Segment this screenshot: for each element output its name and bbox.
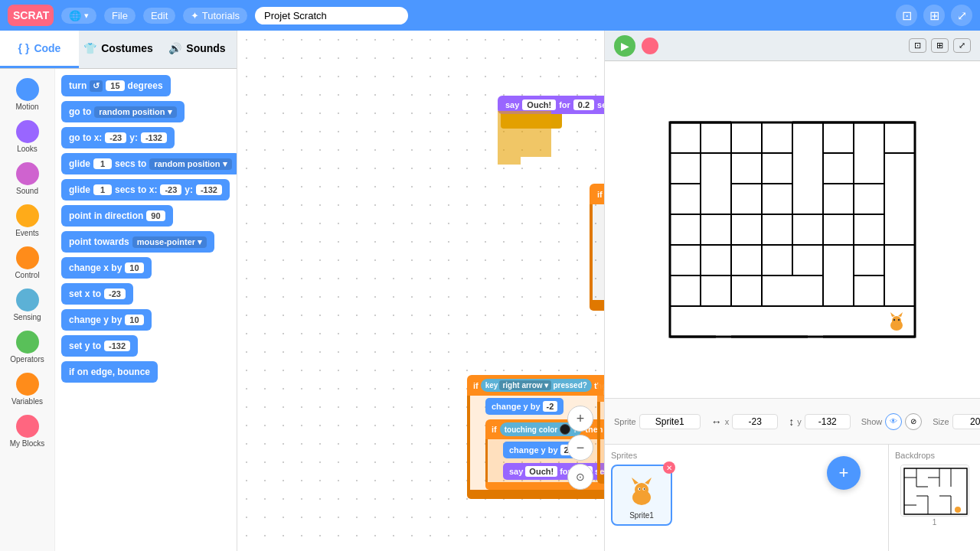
sprite-x-input[interactable] (732, 414, 778, 429)
stage-normal-btn[interactable]: ⊞ (931, 38, 949, 53)
tutorials-button[interactable]: ✦ Tutorials (183, 8, 247, 24)
sprite-name-input[interactable] (639, 414, 701, 429)
updown-icon: ↕ (789, 416, 794, 428)
y-label: y (797, 417, 802, 426)
block-goto-x[interactable]: -23 (105, 132, 126, 143)
zoom-in-btn[interactable]: + (567, 406, 593, 432)
block-turn[interactable]: turn ↺ 15 degrees (61, 75, 171, 96)
globe-button[interactable]: 🌐 ▾ (61, 8, 96, 24)
block-glide-dropdown[interactable]: random position ▾ (149, 158, 231, 170)
stage-thumb[interactable] (900, 465, 969, 517)
block-glide-xy-x[interactable]: -23 (160, 184, 181, 195)
block-change-x-val[interactable]: 10 (125, 262, 143, 273)
looks-label: Looks (17, 145, 38, 153)
stage-controls-right: ⊡ ⊞ ⤢ (909, 38, 971, 53)
fullscreen-btn[interactable]: ⤢ (951, 5, 972, 26)
category-sensing[interactable]: Sensing (5, 285, 51, 324)
category-motion[interactable]: Motion (5, 75, 51, 114)
zoom-out-btn[interactable]: − (567, 435, 593, 461)
stage-controls: ▶ ⊡ ⊞ ⤢ (605, 31, 980, 61)
tab-sounds[interactable]: 🔊 Sounds (158, 31, 237, 68)
category-variables[interactable]: Variables (5, 370, 51, 409)
block-goto-dropdown[interactable]: random position ▾ (94, 106, 176, 118)
green-flag-btn[interactable]: ▶ (614, 35, 635, 57)
svg-text:SCRATCH: SCRATCH (13, 9, 50, 21)
block-set-x-val[interactable]: -23 (104, 289, 126, 299)
stage-fullscreen-btn[interactable]: ⤢ (953, 38, 971, 53)
tutorials-label: ✦ Tutorials (191, 10, 240, 21)
category-looks[interactable]: Looks (5, 117, 51, 156)
if-rightarrow-group[interactable]: if key right arrow ▾ pressed? then chang… (590, 184, 604, 311)
category-myblocks[interactable]: My Blocks (5, 412, 51, 451)
svg-point-89 (892, 316, 901, 325)
topbar: SCRATCH 🌐 ▾ File Edit ✦ Tutorials ⊡ ⊞ ⤢ (0, 0, 980, 31)
block-point-dir[interactable]: point in direction 90 (61, 205, 173, 227)
block-change-y[interactable]: change y by 10 (61, 309, 152, 331)
block-point-towards[interactable]: point towards mouse-pointer ▾ (61, 231, 214, 253)
edit-button[interactable]: Edit (143, 8, 175, 24)
block-set-y[interactable]: set y to -132 (61, 335, 138, 357)
block-edge-bounce[interactable]: if on edge, bounce (61, 361, 158, 383)
category-control[interactable]: Control (5, 243, 51, 282)
block-change-y-val[interactable]: 10 (125, 315, 143, 325)
stage-small-btn[interactable]: ⊡ (909, 38, 926, 53)
block-set-y-val[interactable]: -132 (104, 341, 130, 351)
sprite-info: Sprite ↔ x ↕ y Show 👁 ⊘ Size (605, 398, 980, 444)
show-hidden-btn[interactable]: ⊘ (905, 413, 922, 430)
control-dot (16, 246, 39, 269)
block-glide-xy[interactable]: glide 1 secs to x: -23 y: -132 (61, 179, 230, 201)
layout-btn-2[interactable]: ⊞ (923, 5, 945, 26)
svg-point-100 (639, 488, 641, 490)
sensing-dot (16, 289, 39, 311)
file-button[interactable]: File (104, 8, 136, 24)
tab-costumes-label: Costumes (101, 42, 153, 54)
block-goto[interactable]: go to random position ▾ (61, 101, 185, 122)
sprite-size-input[interactable] (952, 414, 980, 429)
edit-label: Edit (151, 10, 168, 21)
motion-dot (16, 78, 39, 101)
change-y-neg2-lower[interactable]: change y by -2 (485, 398, 564, 415)
tabs: { } Code 👕 Costumes 🔊 Sounds (0, 31, 237, 69)
block-goto-y[interactable]: -132 (141, 132, 167, 143)
block-glide-xy-secs[interactable]: 1 (93, 184, 112, 195)
block-glide-random[interactable]: glide 1 secs to random position ▾ (61, 153, 237, 174)
tab-code[interactable]: { } Code (0, 31, 79, 68)
sprite-thumb-label: Sprite1 (629, 511, 654, 520)
operators-label: Operators (10, 355, 44, 364)
myblocks-dot (16, 415, 39, 438)
project-name-input[interactable] (255, 7, 408, 24)
block-goto-xy[interactable]: go to x: -23 y: -132 (61, 127, 175, 148)
sprite-y-input[interactable] (805, 414, 851, 429)
block-glide-secs[interactable]: 1 (93, 158, 112, 169)
say-val2[interactable]: 0.2 (573, 99, 594, 110)
script-area[interactable]: say Ouch! for 0.2 seconds if (237, 31, 605, 551)
block-turn-input[interactable]: 15 (106, 80, 124, 91)
right-panel: ▶ ⊡ ⊞ ⤢ (605, 31, 980, 551)
layout-btn-1[interactable]: ⊡ (896, 5, 917, 26)
block-point-dir-val[interactable]: 90 (146, 210, 165, 221)
block-glide-xy-y[interactable]: -132 (196, 184, 222, 195)
category-sound[interactable]: Sound (5, 159, 51, 198)
block-set-x[interactable]: set x to -23 (61, 283, 133, 305)
stop-btn[interactable] (642, 37, 658, 54)
motion-label: Motion (15, 103, 38, 111)
zoom-controls: + − ⊙ (567, 406, 593, 490)
block-towards-dropdown[interactable]: mouse-pointer ▾ (132, 236, 207, 248)
zoom-reset-btn[interactable]: ⊙ (567, 464, 593, 490)
sprite-delete-btn[interactable]: ✕ (663, 461, 675, 474)
key-block-2[interactable]: key right arrow ▾ pressed? (481, 379, 592, 392)
category-events[interactable]: Events (5, 201, 51, 240)
scratch-logo[interactable]: SCRATCH (8, 5, 54, 26)
add-sprite-area: + (827, 456, 861, 490)
category-operators[interactable]: Operators (5, 328, 51, 367)
tab-costumes[interactable]: 👕 Costumes (79, 31, 158, 68)
add-sprite-btn[interactable]: + (827, 456, 861, 490)
looks-dot (16, 120, 39, 143)
overlay-if-group[interactable]: if key right arrow ▾ pressed? then chang… (597, 381, 604, 484)
sprite-thumb-1[interactable]: ✕ Sprite1 (611, 465, 672, 526)
say-val1[interactable]: Ouch! (522, 99, 556, 110)
tab-code-label: Code (34, 42, 60, 54)
show-visible-btn[interactable]: 👁 (885, 413, 902, 430)
block-change-x[interactable]: change x by 10 (61, 257, 152, 279)
maze-container (605, 61, 980, 398)
